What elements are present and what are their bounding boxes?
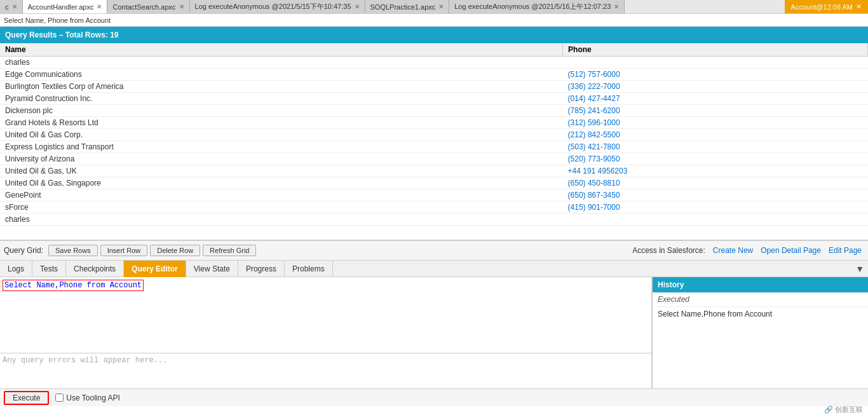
cell-name: United Oil & Gas, UK xyxy=(0,165,563,177)
tab-account-handler[interactable]: AccountHandler.apxc ✕ xyxy=(23,0,108,14)
history-executed: Executed xyxy=(653,292,868,307)
tab-log-1-close[interactable]: ✕ xyxy=(355,3,360,10)
grid-container[interactable]: Name Phone charlesEdge Communications(51… xyxy=(0,43,868,240)
cell-phone: (785) 241-6200 xyxy=(563,105,868,117)
table-row[interactable]: United Oil & Gas, UK+44 191 4956203 xyxy=(0,165,868,177)
cell-name: United Oil & Gas, Singapore xyxy=(0,177,563,189)
table-row[interactable]: sForce(415) 901-7000 xyxy=(0,202,868,214)
access-label: Access in Salesforce: xyxy=(632,246,705,255)
soql-query-text: Select Name,Phone from Account xyxy=(3,280,144,291)
cell-name: Edge Communications xyxy=(0,69,563,81)
table-row[interactable]: GenePoint(650) 867-3450 xyxy=(0,189,868,202)
tab-logs[interactable]: Logs xyxy=(0,261,32,277)
table-row[interactable]: United Oil & Gas Corp.(212) 842-5500 xyxy=(0,129,868,141)
cell-phone: (520) 773-9050 xyxy=(563,153,868,165)
tab-log-1[interactable]: Log executeAnonymous @2021/5/15下午10:47:3… xyxy=(190,0,365,14)
query-bar-text: Select Name, Phone from Account xyxy=(4,17,111,24)
cell-name: Pyramid Construction Inc. xyxy=(0,93,563,105)
history-query[interactable]: Select Name,Phone from Account xyxy=(653,307,868,321)
tab-soql-practice[interactable]: SOQLPractice1.apxc ✕ xyxy=(365,0,450,14)
cell-name: Express Logistics and Transport xyxy=(0,141,563,153)
cell-phone: (312) 596-1000 xyxy=(563,117,868,129)
toolbar-left: Query Grid: Save Rows Insert Row Delete … xyxy=(4,245,256,256)
execute-button[interactable]: Execute xyxy=(4,391,49,405)
watermark-icon: 🔗 xyxy=(824,406,833,414)
cell-phone: +44 191 4956203 xyxy=(563,165,868,177)
tooling-api-checkbox[interactable] xyxy=(55,393,64,402)
account-tab[interactable]: Account@12:08 AM ✕ xyxy=(785,0,868,14)
tab-contact-search-close[interactable]: ✕ xyxy=(179,3,184,10)
tab-view-state[interactable]: View State xyxy=(186,261,238,277)
results-header: Query Results – Total Rows: 19 xyxy=(0,27,868,43)
table-row[interactable]: charles xyxy=(0,214,868,226)
cell-phone: (415) 901-7000 xyxy=(563,202,868,214)
table-row[interactable]: Express Logistics and Transport(503) 421… xyxy=(0,141,868,153)
cell-name: United Oil & Gas Corp. xyxy=(0,129,563,141)
create-new-link[interactable]: Create New xyxy=(713,246,753,255)
table-row[interactable]: Dickenson plc(785) 241-6200 xyxy=(0,105,868,117)
open-detail-link[interactable]: Open Detail Page xyxy=(761,246,821,255)
history-panel: History Executed Select Name,Phone from … xyxy=(652,277,868,388)
table-row[interactable]: Grand Hotels & Resorts Ltd(312) 596-1000 xyxy=(0,117,868,129)
refresh-grid-button[interactable]: Refresh Grid xyxy=(203,245,256,256)
tab-contact-search[interactable]: ContactSearch.apxc ✕ xyxy=(107,0,189,14)
tab-query-editor[interactable]: Query Editor xyxy=(124,261,186,277)
account-tab-close[interactable]: ✕ xyxy=(856,3,862,11)
soql-input-area[interactable]: Select Name,Phone from Account xyxy=(0,277,652,353)
cell-name: charles xyxy=(0,57,563,69)
tooling-api-label[interactable]: Use Tooling API xyxy=(55,393,120,402)
results-table: Name Phone charlesEdge Communications(51… xyxy=(0,43,868,226)
grid-label: Query Grid: xyxy=(4,246,43,255)
col-name: Name xyxy=(0,43,563,57)
cell-name: University of Arizona xyxy=(0,153,563,165)
cell-name: Dickenson plc xyxy=(0,105,563,117)
cell-name: sForce xyxy=(0,202,563,214)
cell-name: Burlington Textiles Corp of America xyxy=(0,81,563,93)
editor-main: Select Name,Phone from Account Any query… xyxy=(0,277,652,388)
history-header: History xyxy=(653,277,868,292)
cell-phone: (212) 842-5500 xyxy=(563,129,868,141)
table-row[interactable]: Edge Communications(512) 757-6000 xyxy=(0,69,868,81)
cell-phone xyxy=(563,214,868,226)
table-row[interactable]: United Oil & Gas, Singapore(650) 450-881… xyxy=(0,177,868,189)
cell-phone: (650) 450-8810 xyxy=(563,177,868,189)
tab-tests[interactable]: Tests xyxy=(32,261,66,277)
tab-account-handler-close[interactable]: ✕ xyxy=(97,3,102,10)
edit-page-link[interactable]: Edit Page xyxy=(829,246,862,255)
panel-tabs: Logs Tests Checkpoints Query Editor View… xyxy=(0,261,868,277)
watermark: 🔗 创新互联 xyxy=(824,405,863,414)
tab-progress[interactable]: Progress xyxy=(238,261,285,277)
tab-soql-close[interactable]: ✕ xyxy=(438,3,444,10)
cell-phone: (512) 757-6000 xyxy=(563,69,868,81)
cell-name: GenePoint xyxy=(0,189,563,202)
tab-log-2[interactable]: Log executeAnonymous @2021/5/16上午12:07:2… xyxy=(449,0,625,14)
insert-row-button[interactable]: Insert Row xyxy=(100,245,148,256)
panel-expand-icon[interactable]: ▼ xyxy=(851,262,868,276)
cell-phone: (650) 867-3450 xyxy=(563,189,868,202)
execute-bar: Execute Use Tooling API xyxy=(0,388,868,406)
cell-name: Grand Hotels & Resorts Ltd xyxy=(0,117,563,129)
table-row[interactable]: charles xyxy=(0,57,868,69)
tab-c[interactable]: c ✕ xyxy=(0,0,23,14)
table-row[interactable]: University of Arizona(520) 773-9050 xyxy=(0,153,868,165)
delete-row-button[interactable]: Delete Row xyxy=(150,245,200,256)
editor-area: Select Name,Phone from Account Any query… xyxy=(0,277,868,388)
cell-phone: (336) 222-7000 xyxy=(563,81,868,93)
table-row[interactable]: Burlington Textiles Corp of America(336)… xyxy=(0,81,868,93)
table-row[interactable]: Pyramid Construction Inc.(014) 427-4427 xyxy=(0,93,868,105)
cell-name: charles xyxy=(0,214,563,226)
tab-checkpoints[interactable]: Checkpoints xyxy=(66,261,124,277)
tab-bar: c ✕ AccountHandler.apxc ✕ ContactSearch.… xyxy=(0,0,868,14)
col-phone: Phone xyxy=(563,43,868,57)
error-area: Any query errors will appear here... xyxy=(0,353,652,388)
tab-c-close[interactable]: ✕ xyxy=(12,3,17,10)
tab-problems[interactable]: Problems xyxy=(285,261,333,277)
grid-toolbar: Query Grid: Save Rows Insert Row Delete … xyxy=(0,240,868,261)
tab-log-2-close[interactable]: ✕ xyxy=(614,3,619,10)
save-rows-button[interactable]: Save Rows xyxy=(48,245,98,256)
query-bar: Select Name, Phone from Account xyxy=(0,14,868,27)
toolbar-right: Access in Salesforce: Create New Open De… xyxy=(632,246,864,255)
cell-phone: (014) 427-4427 xyxy=(563,93,868,105)
cell-phone: (503) 421-7800 xyxy=(563,141,868,153)
cell-phone xyxy=(563,57,868,69)
